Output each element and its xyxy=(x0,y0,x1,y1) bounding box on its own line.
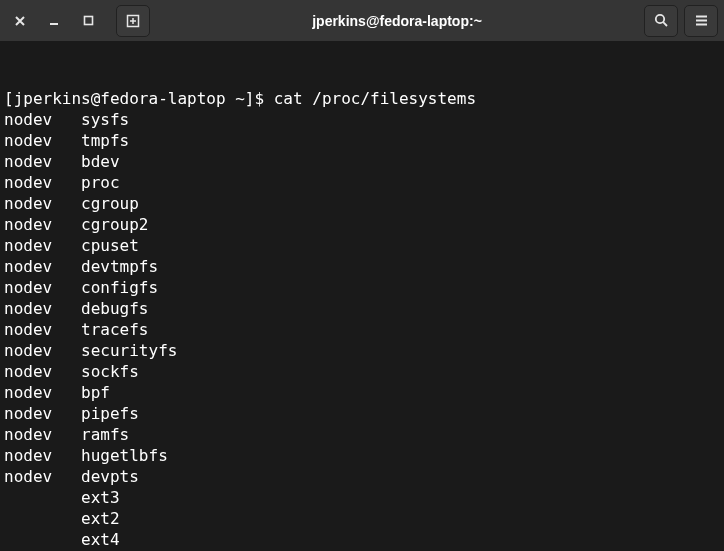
svg-point-2 xyxy=(655,15,663,23)
filesystem-row: nodevcpuset xyxy=(4,235,720,256)
fs-flag: nodev xyxy=(4,298,81,319)
filesystem-row: nodevhugetlbfs xyxy=(4,445,720,466)
fs-flag: nodev xyxy=(4,214,81,235)
filesystem-row: nodevpipefs xyxy=(4,403,720,424)
fs-flag: nodev xyxy=(4,193,81,214)
filesystem-row: nodevsysfs xyxy=(4,109,720,130)
fs-name: bpf xyxy=(81,382,110,403)
search-button[interactable] xyxy=(644,5,678,37)
fs-name: ext3 xyxy=(81,487,120,508)
minimize-button[interactable] xyxy=(40,7,68,35)
filesystem-row: ext4 xyxy=(4,529,720,550)
new-tab-icon xyxy=(125,13,141,29)
svg-rect-0 xyxy=(84,17,92,25)
filesystem-row: ext2 xyxy=(4,508,720,529)
fs-name: pipefs xyxy=(81,403,139,424)
fs-flag: nodev xyxy=(4,340,81,361)
close-button[interactable] xyxy=(6,7,34,35)
fs-flag: nodev xyxy=(4,172,81,193)
fs-flag: nodev xyxy=(4,235,81,256)
fs-name: bdev xyxy=(81,151,120,172)
prompt-line: [jperkins@fedora-laptop ~]$ cat /proc/fi… xyxy=(4,88,720,109)
fs-flag: nodev xyxy=(4,424,81,445)
fs-flag: nodev xyxy=(4,277,81,298)
filesystem-row: nodevconfigfs xyxy=(4,277,720,298)
fs-flag: nodev xyxy=(4,130,81,151)
filesystem-row: nodevtmpfs xyxy=(4,130,720,151)
command-text: cat /proc/filesystems xyxy=(274,89,476,108)
hamburger-icon xyxy=(694,13,709,28)
filesystem-row: nodevcgroup2 xyxy=(4,214,720,235)
terminal-output[interactable]: [jperkins@fedora-laptop ~]$ cat /proc/fi… xyxy=(0,42,724,551)
fs-name: tmpfs xyxy=(81,130,129,151)
close-icon xyxy=(14,15,26,27)
menu-button[interactable] xyxy=(684,5,718,37)
fs-name: configfs xyxy=(81,277,158,298)
fs-name: sockfs xyxy=(81,361,139,382)
fs-name: securityfs xyxy=(81,340,177,361)
shell-prompt: [jperkins@fedora-laptop ~]$ xyxy=(4,89,274,108)
filesystem-row: nodevdevtmpfs xyxy=(4,256,720,277)
fs-name: sysfs xyxy=(81,109,129,130)
search-icon xyxy=(654,13,669,28)
filesystem-row: nodevdebugfs xyxy=(4,298,720,319)
fs-flag: nodev xyxy=(4,109,81,130)
fs-name: cpuset xyxy=(81,235,139,256)
filesystem-row: nodevsockfs xyxy=(4,361,720,382)
fs-name: devpts xyxy=(81,466,139,487)
fs-name: ext4 xyxy=(81,529,120,550)
filesystem-list: nodevsysfsnodevtmpfsnodevbdevnodevprocno… xyxy=(4,109,720,551)
filesystem-row: nodevsecurityfs xyxy=(4,340,720,361)
minimize-icon xyxy=(48,15,60,27)
fs-name: hugetlbfs xyxy=(81,445,168,466)
new-tab-button[interactable] xyxy=(116,5,150,37)
titlebar: jperkins@fedora-laptop:~ xyxy=(0,0,724,42)
filesystem-row: nodevcgroup xyxy=(4,193,720,214)
fs-flag: nodev xyxy=(4,445,81,466)
fs-flag: nodev xyxy=(4,361,81,382)
fs-name: proc xyxy=(81,172,120,193)
fs-flag: nodev xyxy=(4,256,81,277)
filesystem-row: nodevramfs xyxy=(4,424,720,445)
window-controls-left xyxy=(6,5,150,37)
filesystem-row: nodevbdev xyxy=(4,151,720,172)
fs-name: ext2 xyxy=(81,508,120,529)
filesystem-row: nodevproc xyxy=(4,172,720,193)
maximize-icon xyxy=(83,15,94,26)
fs-name: cgroup xyxy=(81,193,139,214)
fs-name: debugfs xyxy=(81,298,148,319)
filesystem-row: nodevtracefs xyxy=(4,319,720,340)
window-controls-right xyxy=(644,5,718,37)
fs-name: cgroup2 xyxy=(81,214,148,235)
filesystem-row: ext3 xyxy=(4,487,720,508)
filesystem-row: nodevbpf xyxy=(4,382,720,403)
fs-flag: nodev xyxy=(4,403,81,424)
fs-flag: nodev xyxy=(4,319,81,340)
window-title: jperkins@fedora-laptop:~ xyxy=(150,13,644,29)
fs-flag: nodev xyxy=(4,151,81,172)
fs-name: devtmpfs xyxy=(81,256,158,277)
filesystem-row: nodevdevpts xyxy=(4,466,720,487)
fs-flag: nodev xyxy=(4,466,81,487)
fs-flag: nodev xyxy=(4,382,81,403)
maximize-button[interactable] xyxy=(74,7,102,35)
fs-name: tracefs xyxy=(81,319,148,340)
fs-name: ramfs xyxy=(81,424,129,445)
